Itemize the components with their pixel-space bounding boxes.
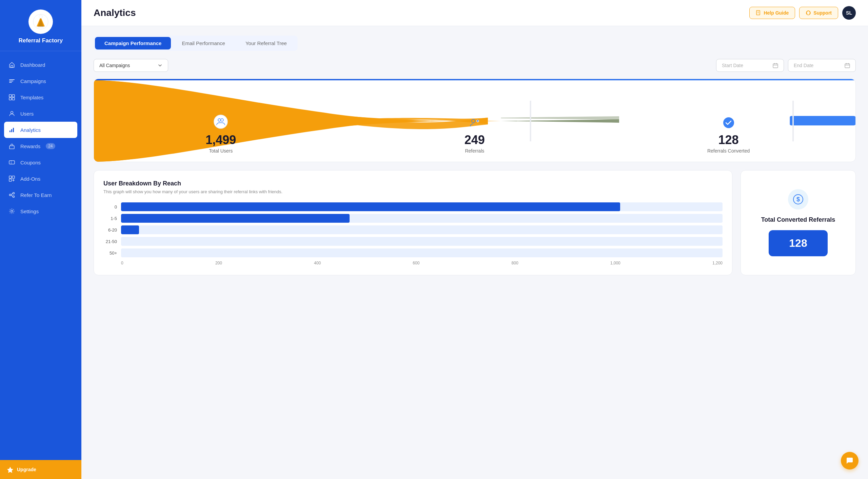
sidebar-item-campaigns[interactable]: Campaigns — [0, 73, 81, 89]
bar-fill — [121, 202, 620, 211]
bar-label: 1-5 — [103, 216, 117, 221]
upgrade-button[interactable]: Upgrade — [0, 460, 81, 479]
sidebar-item-label: Add-Ons — [20, 176, 40, 182]
breakdown-bar-chart: 0 1-5 6-20 — [103, 202, 723, 257]
page-title: Analytics — [94, 7, 136, 18]
coupons-icon — [8, 159, 16, 166]
svg-rect-20 — [12, 176, 15, 178]
svg-rect-19 — [9, 176, 12, 178]
svg-point-26 — [13, 196, 15, 198]
sidebar-item-label: Templates — [20, 95, 43, 100]
support-button[interactable]: Support — [799, 7, 838, 19]
campaign-select[interactable]: All Campaigns — [94, 59, 168, 72]
converted-label: Referrals Converted — [707, 148, 750, 154]
referrals-value: 249 — [465, 134, 485, 146]
svg-rect-15 — [13, 128, 14, 132]
sidebar-item-label: Coupons — [20, 160, 41, 165]
svg-rect-17 — [9, 161, 15, 164]
analytics-icon — [8, 126, 16, 134]
svg-text:$: $ — [796, 196, 800, 203]
sidebar-item-label: Settings — [20, 208, 39, 214]
logo-icon — [28, 9, 53, 34]
rewards-badge: 24 — [46, 143, 55, 149]
chat-button[interactable] — [841, 452, 859, 470]
calendar-icon-end — [845, 63, 850, 68]
upgrade-label: Upgrade — [17, 467, 36, 472]
svg-line-28 — [11, 195, 13, 196]
breakdown-subtitle: This graph will show you how many of you… — [103, 189, 723, 194]
referrals-label: Referrals — [465, 148, 484, 154]
svg-point-25 — [13, 193, 15, 194]
total-users-value: 1,499 — [205, 134, 236, 146]
svg-line-27 — [11, 194, 13, 195]
bar-label: 50+ — [103, 251, 117, 256]
chat-icon — [846, 457, 854, 465]
dollar-icon: $ — [788, 189, 808, 209]
sidebar-item-addons[interactable]: Add-Ons — [0, 171, 81, 187]
addons-icon — [8, 175, 16, 182]
funnel-chart-section: 1,499 Total Users 249 Referrals — [94, 79, 856, 162]
total-users-label: Total Users — [209, 148, 233, 154]
svg-point-49 — [472, 119, 475, 123]
sidebar-item-settings[interactable]: Settings — [0, 203, 81, 219]
sidebar-item-rewards[interactable]: Rewards 24 — [0, 138, 81, 154]
bar-track — [121, 202, 723, 211]
svg-point-46 — [214, 115, 228, 128]
support-label: Support — [813, 10, 832, 16]
header-actions: Help Guide Support SL — [749, 6, 856, 20]
bar-label: 0 — [103, 204, 117, 209]
bar-label: 6-20 — [103, 227, 117, 233]
svg-rect-16 — [9, 146, 14, 149]
funnel-segment-referrals: 249 Referrals — [348, 80, 602, 162]
bar-fill — [121, 214, 350, 223]
total-converted-value[interactable]: 128 — [769, 230, 827, 256]
svg-rect-6 — [9, 81, 13, 81]
headset-icon — [806, 10, 811, 16]
funnel-segment-users: 1,499 Total Users — [94, 80, 348, 162]
start-date-input[interactable]: Start Date — [716, 59, 784, 72]
help-guide-label: Help Guide — [764, 10, 789, 16]
calendar-icon — [773, 63, 778, 68]
svg-point-12 — [11, 112, 13, 114]
svg-point-51 — [723, 117, 734, 128]
tab-referral-tree[interactable]: Your Referral Tree — [236, 37, 296, 49]
sidebar-item-label: Analytics — [20, 127, 41, 133]
settings-icon — [8, 207, 16, 215]
sidebar-item-analytics[interactable]: Analytics — [4, 122, 77, 138]
svg-point-24 — [9, 194, 11, 196]
sidebar-item-label: Users — [20, 111, 34, 117]
sidebar-item-label: Campaigns — [20, 78, 46, 84]
svg-rect-11 — [12, 98, 15, 100]
sidebar: Referral Factory Dashboard Campaigns — [0, 0, 81, 479]
nav-menu: Dashboard Campaigns — [0, 51, 81, 460]
svg-point-29 — [11, 210, 13, 212]
referrals-funnel-icon — [468, 116, 481, 131]
bar-row-21-50: 21-50 — [103, 237, 723, 246]
tab-email-performance[interactable]: Email Performance — [172, 37, 235, 49]
sidebar-item-dashboard[interactable]: Dashboard — [0, 57, 81, 73]
breakdown-title: User Breakdown By Reach — [103, 180, 723, 187]
end-date-input[interactable]: End Date — [788, 59, 856, 72]
svg-rect-4 — [11, 65, 13, 67]
svg-rect-5 — [9, 79, 15, 80]
help-guide-button[interactable]: Help Guide — [749, 7, 795, 19]
tab-campaign-performance[interactable]: Campaign Performance — [95, 37, 171, 49]
converted-funnel-icon — [722, 116, 735, 131]
sidebar-item-coupons[interactable]: Coupons — [0, 154, 81, 171]
sidebar-item-refer-to-earn[interactable]: Refer To Earn — [0, 187, 81, 203]
svg-rect-7 — [9, 82, 12, 83]
filters-row: All Campaigns Start Date End Date — [94, 59, 856, 72]
sidebar-item-users[interactable]: Users — [0, 105, 81, 122]
user-avatar[interactable]: SL — [842, 6, 856, 20]
bar-fill — [121, 225, 139, 234]
rewards-icon — [8, 142, 16, 150]
bar-row-1-5: 1-5 — [103, 214, 723, 223]
svg-rect-21 — [9, 179, 12, 181]
sidebar-item-templates[interactable]: Templates — [0, 89, 81, 105]
svg-marker-30 — [7, 467, 13, 473]
page-header: Analytics Help Guide Support SL — [81, 0, 868, 26]
svg-rect-9 — [12, 95, 15, 97]
svg-rect-10 — [9, 98, 12, 100]
svg-rect-8 — [9, 95, 12, 97]
sidebar-item-label: Dashboard — [20, 62, 45, 68]
